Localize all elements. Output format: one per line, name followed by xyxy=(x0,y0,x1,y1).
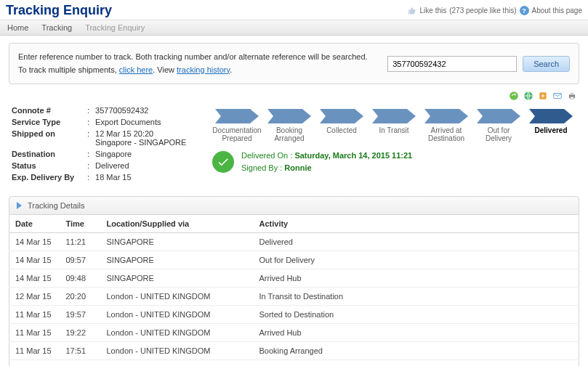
table-cell: 09:48 xyxy=(60,269,101,288)
tracking-details-table: Date Time Location/Supplied via Activity… xyxy=(9,215,579,366)
tracking-details-title: Tracking Details xyxy=(28,201,84,210)
table-cell: SINGAPORE xyxy=(101,233,254,251)
table-cell: 19:22 xyxy=(60,324,101,342)
col-activity: Activity xyxy=(254,215,579,233)
refresh-icon[interactable] xyxy=(508,90,520,102)
print-icon[interactable] xyxy=(566,90,578,102)
breadcrumb-tracking[interactable]: Tracking xyxy=(41,23,72,32)
progress-step-label: Collected xyxy=(326,126,357,134)
table-cell: 09:57 xyxy=(60,251,101,269)
progress-step: Collected xyxy=(317,109,366,142)
progress-step-label: Delivered xyxy=(534,126,567,134)
progress-step-label: Booking Arranged xyxy=(265,126,314,142)
table-cell: Booking Arranged xyxy=(254,342,579,360)
progress-step: Booking Arranged xyxy=(265,109,314,142)
globe-icon[interactable] xyxy=(523,90,534,102)
svg-rect-6 xyxy=(571,97,574,99)
expand-icon xyxy=(17,202,22,209)
table-cell: 11 Mar 15 xyxy=(9,306,60,324)
progress-step-label: Arrived at Destination xyxy=(422,126,471,142)
table-row: 11 Mar 1519:22London - UNITED KINGDOMArr… xyxy=(9,324,579,342)
shipped-from: Singapore - SINGAPORE xyxy=(95,138,186,147)
progress-steps: Documentation PreparedBooking ArrangedCo… xyxy=(212,109,579,142)
breadcrumb: Home Tracking Tracking Enquiry xyxy=(0,20,588,36)
table-row: 11 Mar 1517:51London - UNITED KINGDOMDoc… xyxy=(9,360,579,366)
table-row: 12 Mar 1520:20London - UNITED KINGDOMIn … xyxy=(9,288,579,306)
col-date: Date xyxy=(9,215,60,233)
table-cell: London - UNITED KINGDOM xyxy=(101,360,254,366)
table-cell: London - UNITED KINGDOM xyxy=(101,324,254,342)
table-cell: SINGAPORE xyxy=(101,269,254,288)
table-cell: 20:20 xyxy=(60,288,101,306)
table-cell: London - UNITED KINGDOM xyxy=(101,306,254,324)
table-row: 14 Mar 1509:57SINGAPOREOut for Delivery xyxy=(9,251,579,269)
table-cell: In Transit to Destination xyxy=(254,288,579,306)
search-help-line2a: To track multiple shipments, xyxy=(18,65,119,74)
destination-label: Destination xyxy=(9,148,84,160)
tracking-history-link[interactable]: tracking history xyxy=(177,65,230,74)
tracking-details-header[interactable]: Tracking Details xyxy=(9,196,579,215)
service-label: Service Type xyxy=(9,116,84,128)
signed-by-label: Signed By : xyxy=(241,163,282,172)
expdel-value: 18 Mar 15 xyxy=(92,171,189,183)
progress-step-label: Documentation Prepared xyxy=(212,126,262,142)
table-cell: 14 Mar 15 xyxy=(9,269,60,288)
progress-step: In Transit xyxy=(369,109,419,142)
status-label: Status xyxy=(9,160,84,171)
breadcrumb-current: Tracking Enquiry xyxy=(85,23,145,32)
table-cell: 14 Mar 15 xyxy=(9,233,60,251)
col-location: Location/Supplied via xyxy=(101,215,254,233)
check-circle-icon xyxy=(212,151,234,173)
table-cell: Documentation Prepared xyxy=(254,360,579,366)
table-cell: 11 Mar 15 xyxy=(9,360,60,366)
table-cell: Out for Delivery xyxy=(254,251,579,269)
table-cell: 14 Mar 15 xyxy=(9,251,60,269)
table-cell: London - UNITED KINGDOM xyxy=(101,288,254,306)
status-value: Delivered xyxy=(92,160,189,171)
table-cell: 11 Mar 15 xyxy=(9,342,60,360)
signed-by-value: Ronnie xyxy=(284,163,311,172)
progress-step: Documentation Prepared xyxy=(212,109,262,142)
like-this-link[interactable]: Like this xyxy=(420,7,447,15)
table-cell: 11:21 xyxy=(60,233,101,251)
like-count: (273 people like this) xyxy=(449,7,516,15)
table-cell: London - UNITED KINGDOM xyxy=(101,342,254,360)
table-row: 11 Mar 1517:51London - UNITED KINGDOMBoo… xyxy=(9,342,579,360)
shipment-meta: Connote #:357700592432 Service Type:Expo… xyxy=(9,105,212,183)
multi-shipments-link[interactable]: click here xyxy=(119,65,153,74)
service-value: Export Documents xyxy=(92,116,189,128)
table-cell: 17:51 xyxy=(60,360,101,366)
table-cell: 12 Mar 15 xyxy=(9,288,60,306)
progress-step: Delivered xyxy=(526,109,576,142)
progress-step-label: In Transit xyxy=(379,126,408,134)
search-help-line2c: . xyxy=(230,65,232,74)
progress-step: Out for Delivery xyxy=(474,109,523,142)
expdel-label: Exp. Delivery By xyxy=(9,171,84,183)
about-page-link[interactable]: About this page xyxy=(532,7,583,15)
info-icon[interactable]: ? xyxy=(520,6,529,15)
export-icon[interactable] xyxy=(537,90,549,102)
breadcrumb-home[interactable]: Home xyxy=(7,23,28,32)
shipped-value: 12 Mar 15 20:20 xyxy=(95,129,153,138)
table-cell: 11 Mar 15 xyxy=(9,324,60,342)
thumbs-up-icon[interactable] xyxy=(408,6,417,15)
table-cell: Arrived Hub xyxy=(254,324,579,342)
svg-point-0 xyxy=(510,92,518,100)
search-help-line1: Enter reference number to track. Both tr… xyxy=(18,51,368,64)
destination-value: Singapore xyxy=(92,148,189,160)
table-row: 14 Mar 1509:48SINGAPOREArrived Hub xyxy=(9,269,579,288)
connote-value: 357700592432 xyxy=(92,105,189,116)
progress-step: Arrived at Destination xyxy=(422,109,471,142)
table-cell: Sorted to Destination xyxy=(254,306,579,324)
tracking-number-input[interactable] xyxy=(387,56,517,72)
col-time: Time xyxy=(60,215,101,233)
shipped-label: Shipped on xyxy=(9,128,84,148)
delivered-on-label: Delivered On : xyxy=(241,151,292,160)
search-button[interactable]: Search xyxy=(523,56,570,72)
delivered-on-value: Saturday, March 14, 2015 11:21 xyxy=(294,151,412,160)
table-cell: Delivered xyxy=(254,233,579,251)
svg-rect-3 xyxy=(554,94,562,99)
table-cell: 19:57 xyxy=(60,306,101,324)
progress-step-label: Out for Delivery xyxy=(474,126,523,142)
email-icon[interactable] xyxy=(552,90,563,102)
